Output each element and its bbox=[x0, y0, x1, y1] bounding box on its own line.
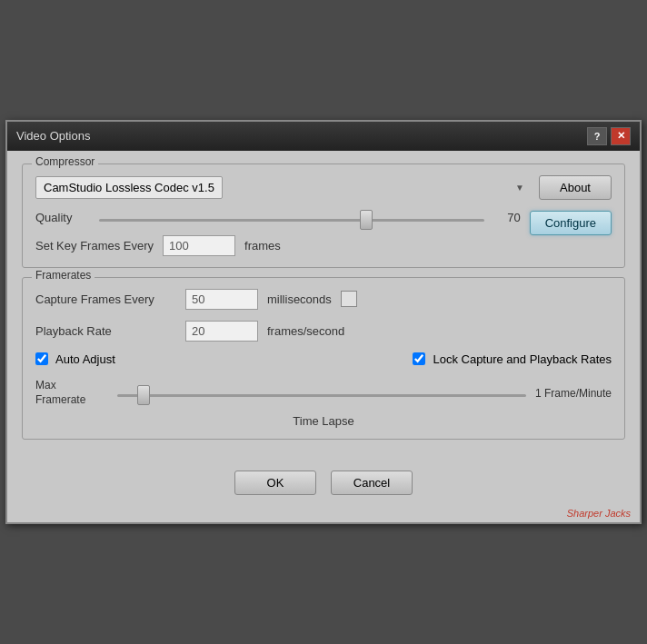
capture-label: Capture Frames Every bbox=[35, 292, 176, 306]
quality-label: Quality bbox=[35, 211, 90, 224]
keyframe-input[interactable] bbox=[163, 235, 235, 256]
quality-slider[interactable] bbox=[99, 219, 484, 222]
close-button[interactable]: ✕ bbox=[611, 127, 631, 145]
keyframe-label: Set Key Frames Every bbox=[35, 239, 154, 253]
framerates-section: Framerates Capture Frames Every millisec… bbox=[22, 277, 625, 440]
keyframe-row: Set Key Frames Every frames bbox=[35, 235, 521, 256]
ok-button[interactable]: OK bbox=[234, 471, 316, 495]
max-framerate-label: Max Framerate bbox=[35, 379, 108, 407]
max-framerate-slider[interactable] bbox=[117, 394, 526, 397]
video-options-window: Video Options ? ✕ Compressor CamStudio L… bbox=[5, 120, 642, 524]
framerates-label: Framerates bbox=[32, 269, 95, 282]
playback-rate-row: Playback Rate frames/second bbox=[35, 321, 612, 342]
auto-adjust-label: Auto Adjust bbox=[55, 352, 115, 366]
lock-capture-checkbox[interactable] bbox=[413, 352, 425, 365]
cancel-button[interactable]: Cancel bbox=[331, 471, 413, 495]
footer-buttons: OK Cancel bbox=[7, 461, 640, 506]
playback-label: Playback Rate bbox=[35, 324, 176, 338]
capture-unit: milliseconds bbox=[267, 292, 332, 306]
main-content: Compressor CamStudio Lossless Codec v1.5… bbox=[7, 151, 640, 461]
keyframe-unit: frames bbox=[244, 239, 281, 253]
help-button[interactable]: ? bbox=[587, 127, 607, 145]
auto-adjust-checkbox[interactable] bbox=[35, 352, 48, 365]
watermark: Sharper Jacks bbox=[7, 506, 640, 522]
compressor-label: Compressor bbox=[32, 155, 98, 168]
about-button[interactable]: About bbox=[539, 175, 612, 200]
codec-select-wrapper: CamStudio Lossless Codec v1.5 bbox=[35, 176, 530, 199]
max-framerate-row: Max Framerate 1 Frame/Minute bbox=[35, 379, 612, 407]
max-framerate-value: 1 Frame/Minute bbox=[535, 387, 612, 400]
quality-slider-container bbox=[99, 211, 484, 224]
auto-adjust-row: Auto Adjust bbox=[35, 352, 115, 366]
codec-select[interactable]: CamStudio Lossless Codec v1.5 bbox=[35, 176, 223, 199]
capture-frames-row: Capture Frames Every milliseconds bbox=[35, 289, 612, 310]
max-framerate-slider-container bbox=[117, 386, 526, 400]
playback-input[interactable] bbox=[185, 321, 258, 342]
capture-input[interactable] bbox=[185, 289, 258, 310]
window-title: Video Options bbox=[16, 129, 90, 143]
compressor-section: Compressor CamStudio Lossless Codec v1.5… bbox=[22, 163, 625, 268]
compressor-row: CamStudio Lossless Codec v1.5 About bbox=[35, 175, 612, 200]
configure-button[interactable]: Configure bbox=[530, 211, 612, 235]
milliseconds-checkbox[interactable] bbox=[341, 291, 357, 307]
quality-row: Quality 70 bbox=[35, 211, 521, 224]
lock-capture-row: Lock Capture and Playback Rates bbox=[413, 352, 612, 366]
playback-unit: frames/second bbox=[267, 324, 344, 338]
quality-value: 70 bbox=[493, 211, 521, 224]
titlebar-controls: ? ✕ bbox=[587, 127, 631, 145]
lock-capture-label: Lock Capture and Playback Rates bbox=[433, 352, 612, 366]
titlebar: Video Options ? ✕ bbox=[7, 122, 640, 151]
time-lapse-label: Time Lapse bbox=[35, 414, 612, 428]
